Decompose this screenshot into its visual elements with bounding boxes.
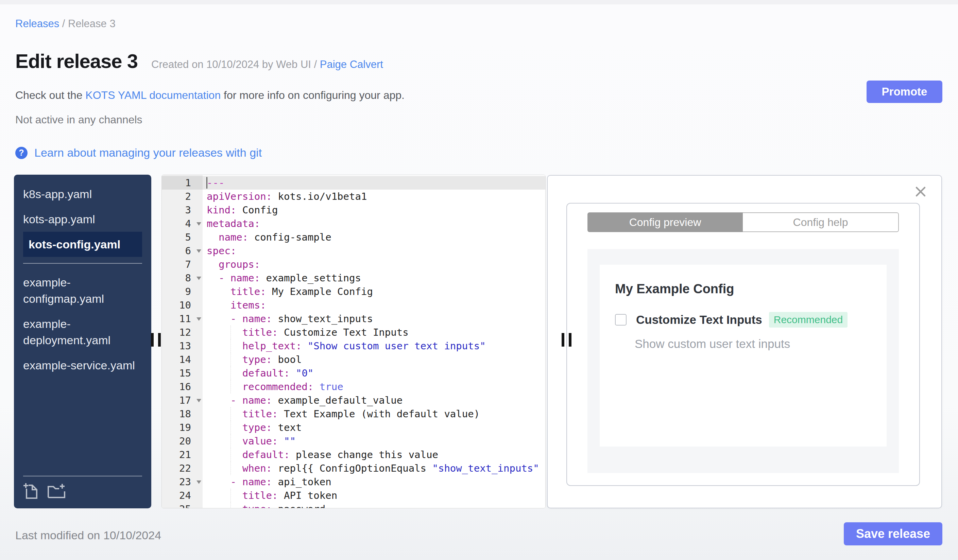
breadcrumb-releases-link[interactable]: Releases [15, 18, 59, 30]
code-line[interactable]: apiVersion: kots.io/v1beta1 [203, 190, 545, 203]
gutter-line-number: 13 [162, 339, 203, 353]
code-line[interactable]: title: Customize Text Inputs [203, 326, 545, 339]
file-item[interactable]: example-service.yaml [23, 353, 142, 378]
editor-code[interactable]: ---apiVersion: kots.io/v1beta1kind: Conf… [203, 175, 545, 508]
preview-resize-handle[interactable] [561, 333, 571, 346]
add-folder-icon[interactable] [47, 482, 66, 500]
config-tabs: Config previewConfig help [587, 212, 899, 232]
sidebar-actions [23, 476, 142, 500]
code-line[interactable]: help_text: "Show custom user text inputs… [203, 339, 545, 353]
gutter-line-number: 9 [162, 285, 203, 298]
config-checkbox[interactable] [615, 314, 627, 326]
config-preview-card: Config previewConfig help My Example Con… [566, 203, 920, 486]
promote-button[interactable]: Promote [866, 81, 942, 103]
breadcrumb-separator: / [59, 18, 68, 30]
gutter-line-number: 17 [162, 394, 203, 407]
code-line[interactable]: title: My Example Config [203, 285, 545, 298]
gutter-line-number: 12 [162, 326, 203, 339]
file-item[interactable]: kots-config.yaml [23, 232, 142, 257]
close-icon[interactable] [915, 186, 926, 198]
kots-yaml-docs-link[interactable]: KOTS YAML documentation [85, 89, 220, 101]
gutter-line-number: 4 [162, 217, 203, 230]
code-line[interactable]: name: config-sample [203, 230, 545, 244]
gutter-line-number: 10 [162, 298, 203, 312]
recommended-badge: Recommended [769, 312, 847, 327]
code-line[interactable]: title: Text Example (with default value) [203, 407, 545, 421]
save-release-button[interactable]: Save release [844, 522, 942, 546]
config-item-label: Customize Text Inputs [636, 313, 762, 327]
created-meta: Created on 10/10/2024 by Web UI / Paige … [151, 59, 383, 71]
file-list: k8s-app.yamlkots-app.yamlkots-config.yam… [14, 182, 151, 476]
channel-status: Not active in any channels [15, 114, 143, 126]
file-item[interactable]: kots-app.yaml [23, 207, 142, 232]
gutter-line-number: 24 [162, 489, 203, 502]
fold-arrow-icon[interactable] [197, 481, 201, 484]
file-sidebar: k8s-app.yamlkots-app.yamlkots-config.yam… [14, 175, 151, 508]
gutter-line-number: 2 [162, 190, 203, 203]
config-item-help: Show custom user text inputs [635, 337, 871, 351]
code-line[interactable]: default: please change this value [203, 448, 545, 462]
code-line[interactable]: spec: [203, 244, 545, 258]
code-line[interactable]: - name: example_settings [203, 271, 545, 285]
code-line[interactable]: groups: [203, 258, 545, 271]
config-form: My Example Config Customize Text Inputs … [600, 265, 887, 446]
code-line[interactable]: - name: api_token [203, 475, 545, 489]
gutter-line-number: 3 [162, 203, 203, 217]
fold-arrow-icon[interactable] [197, 399, 201, 402]
gutter-line-number: 7 [162, 258, 203, 271]
code-line[interactable]: type: password [203, 502, 545, 508]
gutter-line-number: 15 [162, 366, 203, 380]
gutter-line-number: 8 [162, 271, 203, 285]
code-line[interactable]: --- [203, 176, 545, 190]
author-link[interactable]: Paige Calvert [320, 59, 383, 70]
tab-config-help[interactable]: Config help [743, 212, 899, 232]
code-line[interactable]: type: text [203, 421, 545, 434]
page: Releases / Release 3 Edit release 3 Crea… [0, 0, 958, 560]
git-releases-link[interactable]: Learn about managing your releases with … [34, 146, 262, 159]
sidebar-resize-handle[interactable] [151, 333, 161, 346]
code-line[interactable]: - name: example_default_value [203, 394, 545, 407]
code-line[interactable]: - name: show_text_inputs [203, 312, 545, 326]
gutter-line-number: 6 [162, 244, 203, 258]
yaml-editor[interactable]: 1234567891011121314151617181920212223242… [162, 175, 546, 508]
gutter-line-number: 20 [162, 434, 203, 448]
fold-arrow-icon[interactable] [197, 317, 201, 321]
code-line[interactable]: kind: Config [203, 203, 545, 217]
file-divider [23, 263, 142, 264]
docs-line: Check out the KOTS YAML documentation fo… [15, 89, 404, 101]
breadcrumb: Releases / Release 3 [15, 18, 116, 30]
file-item[interactable]: k8s-app.yaml [23, 182, 142, 207]
code-line[interactable]: type: bool [203, 353, 545, 366]
gutter-line-number: 19 [162, 421, 203, 434]
add-file-icon[interactable] [23, 482, 38, 500]
code-line[interactable]: metadata: [203, 217, 545, 230]
gutter-line-number: 18 [162, 407, 203, 421]
config-group-title: My Example Config [615, 282, 871, 296]
code-line[interactable]: when: repl{{ ConfigOptionEquals "show_te… [203, 462, 545, 475]
config-preview-area: My Example Config Customize Text Inputs … [587, 249, 899, 473]
file-item[interactable]: example-deployment.yaml [23, 311, 142, 353]
gutter-line-number: 14 [162, 353, 203, 366]
fold-arrow-icon[interactable] [197, 250, 201, 253]
breadcrumb-current: Release 3 [68, 18, 116, 30]
file-item[interactable]: example-configmap.yaml [23, 270, 142, 311]
code-line[interactable]: items: [203, 298, 545, 312]
gutter-line-number: 11 [162, 312, 203, 326]
code-line[interactable]: default: "0" [203, 366, 545, 380]
config-preview-panel: Config previewConfig help My Example Con… [547, 175, 942, 508]
editor-gutter: 1234567891011121314151617181920212223242… [162, 175, 203, 508]
tab-config-preview[interactable]: Config preview [587, 212, 743, 232]
gutter-line-number: 21 [162, 448, 203, 462]
code-line[interactable]: recommended: true [203, 380, 545, 394]
gutter-line-number: 5 [162, 230, 203, 244]
code-line[interactable]: title: API token [203, 489, 545, 502]
code-line[interactable]: value: "" [203, 434, 545, 448]
text-cursor [206, 177, 207, 188]
gutter-line-number: 23 [162, 475, 203, 489]
last-modified: Last modified on 10/10/2024 [15, 529, 161, 542]
fold-arrow-icon[interactable] [197, 222, 201, 226]
gutter-line-number: 16 [162, 380, 203, 394]
fold-arrow-icon[interactable] [197, 277, 201, 280]
gutter-line-number: 22 [162, 462, 203, 475]
gutter-line-number: 25 [162, 502, 203, 508]
